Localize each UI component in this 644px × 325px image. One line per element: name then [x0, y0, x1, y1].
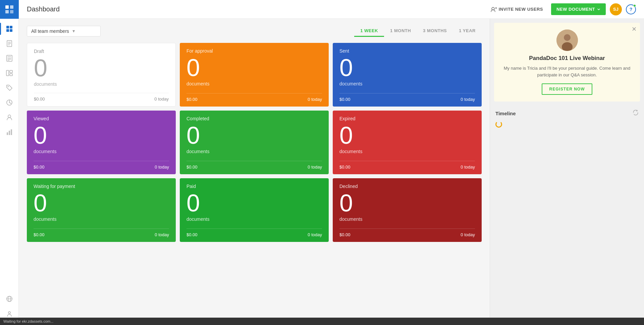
- team-filter-dropdown[interactable]: All team members ▼: [27, 26, 101, 37]
- filter-arrow-icon: ▼: [72, 29, 76, 34]
- card-expired-count: 0: [339, 123, 475, 147]
- new-document-button[interactable]: NEW DOCUMENT: [551, 3, 606, 15]
- timeline-loading-spinner: [495, 121, 502, 128]
- card-completed-docs: documents: [186, 149, 322, 154]
- sidebar-item-catalog[interactable]: [0, 66, 18, 80]
- sidebar-item-dashboard[interactable]: [0, 21, 18, 36]
- card-completed[interactable]: Completed 0 documents $0.00 0 today: [180, 111, 329, 174]
- card-waiting-today: 0 today: [155, 232, 169, 237]
- svg-rect-1: [10, 5, 13, 9]
- refresh-icon: [633, 110, 639, 116]
- dashboard-main: All team members ▼ 1 WEEK 1 MONTH 3 MONT…: [19, 19, 490, 325]
- svg-point-20: [8, 86, 9, 87]
- sidebar-item-documents[interactable]: [0, 36, 18, 51]
- card-paid-docs: documents: [186, 216, 322, 222]
- help-notification-dot: [633, 4, 636, 7]
- main-wrapper: Dashboard INVITE NEW USERS NEW DOCUMENT …: [19, 0, 644, 325]
- card-viewed-count: 0: [34, 123, 169, 147]
- card-forapproval-label: For approval: [186, 48, 322, 54]
- card-waiting-count: 0: [34, 191, 169, 215]
- statusbar-text: Waiting for ekr.zdassets.com...: [3, 319, 53, 323]
- card-sent-footer: $0.00 0 today: [339, 93, 475, 102]
- webinar-description: My name is Tricia and I'll be your perso…: [501, 65, 633, 78]
- card-declined[interactable]: Declined 0 documents $0.00 0 today: [333, 178, 482, 242]
- tab-1-year[interactable]: 1 YEAR: [453, 25, 482, 37]
- svg-rect-5: [10, 26, 12, 28]
- card-waiting-label: Waiting for payment: [34, 184, 169, 189]
- card-declined-today: 0 today: [461, 232, 475, 237]
- card-sent[interactable]: Sent 0 documents $0.00 0 today: [333, 43, 482, 107]
- card-draft-today: 0 today: [154, 96, 169, 102]
- svg-rect-23: [7, 132, 8, 135]
- card-declined-footer: $0.00 0 today: [339, 229, 475, 237]
- sidebar-item-analytics[interactable]: [0, 125, 18, 139]
- timeline-header: Timeline: [495, 110, 639, 117]
- sidebar-item-integrations[interactable]: [0, 291, 18, 306]
- svg-rect-13: [8, 56, 11, 57]
- svg-rect-24: [9, 131, 10, 135]
- card-draft-count: 0: [34, 56, 169, 80]
- card-expired[interactable]: Expired 0 documents $0.00 0 today: [333, 111, 482, 174]
- card-completed-today: 0 today: [308, 165, 322, 170]
- card-forapproval-count: 0: [186, 56, 322, 80]
- svg-rect-0: [5, 5, 9, 9]
- card-paid-today: 0 today: [308, 232, 322, 237]
- avatar-image: [556, 29, 578, 51]
- topbar: Dashboard INVITE NEW USERS NEW DOCUMENT …: [19, 0, 644, 19]
- card-viewed-docs: documents: [34, 149, 169, 154]
- card-completed-amount: $0.00: [186, 165, 198, 170]
- sidebar-item-reports[interactable]: [0, 95, 18, 110]
- controls-bar: All team members ▼ 1 WEEK 1 MONTH 3 MONT…: [27, 25, 482, 37]
- card-waiting[interactable]: Waiting for payment 0 documents $0.00 0 …: [27, 178, 176, 242]
- card-paid-label: Paid: [186, 184, 322, 189]
- invite-users-button[interactable]: INVITE NEW USERS: [487, 4, 547, 15]
- card-sent-amount: $0.00: [339, 97, 351, 102]
- sidebar-item-templates[interactable]: [0, 51, 18, 66]
- user-avatar-button[interactable]: SJ: [610, 3, 622, 15]
- card-for-approval[interactable]: For approval 0 documents $0.00 0 today: [180, 43, 329, 107]
- svg-rect-7: [10, 29, 12, 32]
- svg-point-29: [8, 312, 10, 314]
- card-draft-amount: $0.00: [34, 96, 45, 102]
- sidebar-item-tags[interactable]: [0, 80, 18, 95]
- app-logo[interactable]: [0, 0, 19, 19]
- webinar-close-button[interactable]: ✕: [632, 26, 637, 32]
- svg-rect-19: [10, 74, 12, 76]
- card-completed-label: Completed: [186, 116, 322, 121]
- timeline-section: Timeline: [490, 106, 644, 132]
- card-forapproval-amount: $0.00: [186, 97, 198, 102]
- card-forapproval-docs: documents: [186, 81, 322, 86]
- statusbar: Waiting for ekr.zdassets.com...: [0, 318, 644, 325]
- right-panel: ✕ PandaDoc 101 Live Webinar My name is T…: [490, 19, 644, 325]
- help-button[interactable]: ?: [626, 4, 636, 14]
- sidebar-item-contacts[interactable]: [0, 110, 18, 125]
- webinar-avatar: [556, 29, 578, 51]
- stats-grid: Draft 0 documents $0.00 0 today For appr…: [27, 43, 482, 242]
- card-declined-docs: documents: [339, 216, 475, 222]
- tab-3-months[interactable]: 3 MONTHS: [417, 25, 453, 37]
- webinar-title: PandaDoc 101 Live Webinar: [501, 55, 633, 62]
- card-viewed-amount: $0.00: [34, 165, 45, 170]
- card-expired-today: 0 today: [461, 165, 475, 170]
- card-paid[interactable]: Paid 0 documents $0.00 0 today: [180, 178, 329, 242]
- card-declined-amount: $0.00: [339, 232, 351, 237]
- card-waiting-amount: $0.00: [34, 232, 45, 237]
- card-viewed[interactable]: Viewed 0 documents $0.00 0 today: [27, 111, 176, 174]
- svg-point-34: [564, 34, 571, 41]
- tab-1-month[interactable]: 1 MONTH: [384, 25, 417, 37]
- card-waiting-footer: $0.00 0 today: [34, 229, 169, 237]
- card-waiting-docs: documents: [34, 216, 169, 222]
- card-completed-count: 0: [186, 123, 322, 147]
- dropdown-arrow-icon: [597, 8, 600, 11]
- card-draft[interactable]: Draft 0 documents $0.00 0 today: [27, 43, 176, 107]
- card-forapproval-today: 0 today: [308, 97, 322, 102]
- tab-1-week[interactable]: 1 WEEK: [354, 25, 384, 37]
- refresh-timeline-button[interactable]: [633, 110, 639, 117]
- card-completed-footer: $0.00 0 today: [186, 161, 322, 170]
- timeline-title: Timeline: [495, 111, 516, 116]
- card-draft-footer: $0.00 0 today: [34, 93, 169, 102]
- register-now-button[interactable]: REGISTER NOW: [542, 83, 592, 95]
- svg-rect-18: [10, 70, 12, 73]
- topbar-right: INVITE NEW USERS NEW DOCUMENT SJ ?: [487, 3, 636, 15]
- page-title: Dashboard: [27, 5, 60, 13]
